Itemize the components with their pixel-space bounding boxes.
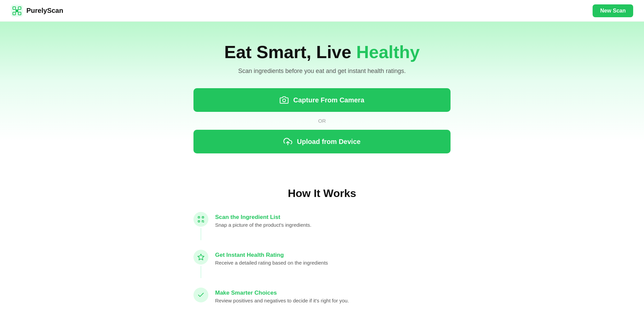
- hero-section: Eat Smart, Live Healthy Scan ingredients…: [0, 22, 644, 170]
- capture-camera-button[interactable]: Capture From Camera: [193, 88, 451, 112]
- step-2-title: Get Instant Health Rating: [215, 252, 328, 258]
- header: PurelyScan New Scan: [0, 0, 644, 22]
- svg-rect-10: [198, 221, 200, 222]
- hero-title-highlight: Healthy: [356, 42, 420, 62]
- check-icon: [197, 291, 205, 299]
- hero-title-part1: Eat Smart, Live: [224, 42, 356, 62]
- step-2-content: Get Instant Health Rating Receive a deta…: [215, 250, 328, 266]
- step-2-circle: [193, 250, 208, 265]
- step-3-icon-wrap: [193, 288, 208, 302]
- logo-text: PurelyScan: [26, 7, 63, 15]
- svg-point-6: [283, 99, 286, 102]
- step-1-line: [201, 228, 201, 240]
- svg-rect-8: [198, 217, 200, 218]
- step-2: Get Instant Health Rating Receive a deta…: [193, 250, 451, 278]
- upload-device-label: Upload from Device: [297, 138, 361, 146]
- steps-list: Scan the Ingredient List Snap a picture …: [193, 212, 451, 313]
- how-it-works-section: How It Works Sca: [187, 187, 457, 313]
- step-2-line: [201, 266, 201, 278]
- svg-rect-5: [16, 9, 18, 12]
- hero-title: Eat Smart, Live Healthy: [7, 42, 637, 62]
- step-1-icon-wrap: [193, 212, 208, 240]
- step-1: Scan the Ingredient List Snap a picture …: [193, 212, 451, 240]
- capture-camera-label: Capture From Camera: [293, 96, 364, 104]
- step-3: Make Smarter Choices Review positives an…: [193, 288, 451, 303]
- how-it-works-title: How It Works: [193, 187, 451, 200]
- scan-icon: [197, 216, 205, 223]
- step-3-content: Make Smarter Choices Review positives an…: [215, 288, 349, 303]
- step-1-title: Scan the Ingredient List: [215, 214, 312, 221]
- hero-subtitle: Scan ingredients before you eat and get …: [7, 68, 637, 75]
- logo-area: PurelyScan: [11, 5, 63, 17]
- step-2-icon-wrap: [193, 250, 208, 278]
- step-1-desc: Snap a picture of the product's ingredie…: [215, 222, 312, 228]
- star-icon: [197, 253, 205, 261]
- upload-device-button[interactable]: Upload from Device: [193, 130, 451, 153]
- upload-icon: [283, 137, 292, 146]
- step-1-content: Scan the Ingredient List Snap a picture …: [215, 212, 312, 228]
- or-divider: OR: [193, 118, 451, 124]
- actions-area: Capture From Camera OR Upload from Devic…: [187, 88, 457, 153]
- step-2-desc: Receive a detailed rating based on the i…: [215, 260, 328, 266]
- step-1-circle: [193, 212, 208, 227]
- step-3-desc: Review positives and negatives to decide…: [215, 298, 349, 303]
- svg-marker-15: [198, 254, 204, 260]
- step-3-circle: [193, 288, 208, 302]
- svg-rect-9: [202, 217, 204, 218]
- new-scan-button[interactable]: New Scan: [593, 4, 633, 17]
- step-3-title: Make Smarter Choices: [215, 290, 349, 296]
- logo-icon: [11, 5, 23, 17]
- camera-icon: [280, 96, 289, 104]
